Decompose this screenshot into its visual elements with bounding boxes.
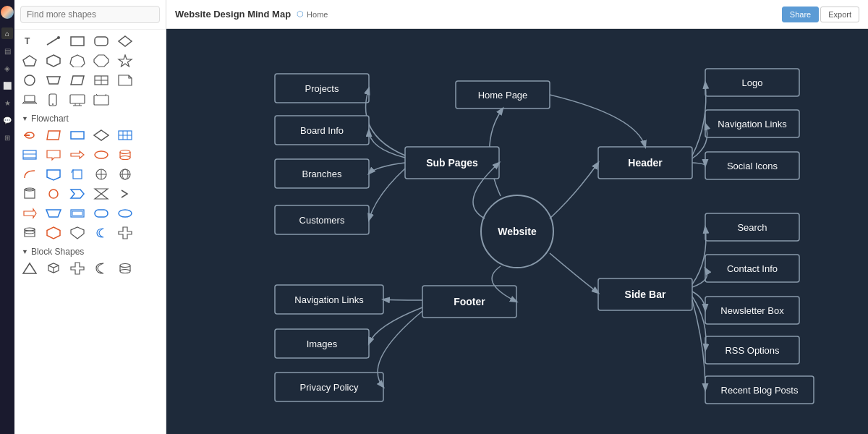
shape-shield[interactable]	[67, 224, 88, 242]
svg-point-42	[120, 156, 130, 160]
nav-icon-chat[interactable]: 💬	[1, 114, 13, 126]
shape-cylinder3[interactable]	[114, 260, 136, 277]
flowchart-row-5	[17, 205, 163, 222]
shape-octagon[interactable]	[90, 52, 112, 69]
center-node-label: Website	[498, 226, 537, 237]
side-bar-label: Side Bar	[625, 289, 666, 300]
block-shapes-row-1	[17, 260, 163, 277]
nav-icon-shapes[interactable]: ◈	[1, 62, 13, 74]
nav-icon-home[interactable]: ⌂	[1, 27, 13, 39]
shape-fc-circle2[interactable]	[43, 185, 64, 203]
shape-fc-oval[interactable]	[90, 146, 112, 163]
svg-marker-5	[119, 36, 132, 46]
images-label: Images	[307, 339, 338, 349]
svg-point-38	[95, 151, 108, 158]
shape-fc-rect2[interactable]	[67, 205, 88, 222]
nav-icon-image[interactable]: ⬜	[1, 80, 13, 91]
shape-line[interactable]	[43, 33, 64, 50]
svg-point-67	[120, 264, 130, 268]
shape-hex2[interactable]	[43, 224, 64, 242]
svg-marker-10	[119, 55, 132, 67]
shapes-search-container	[14, 0, 166, 30]
nav-icon-grid[interactable]: ⊞	[1, 132, 13, 143]
mindmap-svg: Website Home Page Sub Pages Projects Boa…	[166, 29, 868, 434]
shape-fc-cross[interactable]	[90, 166, 112, 183]
svg-text:T: T	[25, 36, 30, 46]
shape-fc-parallel[interactable]	[43, 127, 64, 144]
block-shapes-section-label: Block Shapes	[31, 247, 84, 257]
flowchart-section-header[interactable]: ▼ Flowchart	[17, 111, 163, 127]
shape-document[interactable]	[114, 72, 136, 89]
shape-fc-cylinder[interactable]	[114, 146, 136, 163]
svg-rect-58	[72, 211, 82, 216]
svg-marker-12	[47, 77, 60, 84]
shape-fc-table2[interactable]	[114, 127, 136, 144]
shape-crescent[interactable]	[90, 260, 112, 277]
svg-marker-56	[46, 210, 61, 217]
shape-fc-globe[interactable]	[114, 166, 136, 183]
shape-fc-rounded2[interactable]	[90, 205, 112, 222]
shape-plus[interactable]	[114, 224, 136, 242]
svg-marker-13	[71, 76, 84, 85]
svg-point-62	[25, 231, 35, 234]
shape-fc-arc[interactable]	[19, 166, 41, 183]
shape-laptop[interactable]	[19, 91, 41, 109]
nav-icon-star[interactable]: ★	[1, 97, 13, 109]
shape-text[interactable]: T	[19, 33, 41, 50]
canvas-area[interactable]: Website Home Page Sub Pages Projects Boa…	[166, 29, 868, 434]
shape-cross2[interactable]	[67, 260, 88, 277]
shape-3d-box[interactable]	[43, 260, 64, 277]
shape-heptagon[interactable]	[67, 52, 88, 69]
block-shapes-section-header[interactable]: ▼ Block Shapes	[17, 244, 163, 260]
shape-fc-chevron[interactable]	[67, 185, 88, 203]
shape-fc-chevron2[interactable]	[114, 185, 136, 203]
shape-fc-pentagon2[interactable]	[43, 166, 64, 183]
shape-fc-oval2[interactable]	[114, 205, 136, 222]
shape-moon[interactable]	[90, 224, 112, 242]
shape-fc-cylinder2[interactable]	[19, 185, 41, 203]
shape-fc-hourglass[interactable]	[90, 185, 112, 203]
shape-fc-trapezoid[interactable]	[43, 205, 64, 222]
shape-tv[interactable]	[90, 91, 112, 109]
shape-table[interactable]	[90, 72, 112, 89]
main-area: Website Design Mind Map ⬡ Home Share Exp…	[166, 0, 868, 434]
flowchart-row-2	[17, 146, 163, 163]
home-page-label: Home Page	[478, 90, 528, 101]
shape-storage[interactable]	[19, 224, 41, 242]
shape-fc-braces[interactable]	[67, 166, 88, 183]
shape-fc-arrow2[interactable]	[19, 205, 41, 222]
shape-fc-diamond[interactable]	[90, 127, 112, 144]
shape-fc-process[interactable]	[19, 127, 41, 144]
shape-rounded-rect[interactable]	[90, 33, 112, 50]
shape-tablet[interactable]	[43, 91, 64, 109]
shape-star[interactable]	[114, 52, 136, 69]
breadcrumb-home[interactable]: Home	[307, 10, 328, 19]
shape-pentagon[interactable]	[19, 52, 41, 69]
svg-point-70	[120, 270, 130, 273]
share-button[interactable]: Share	[782, 7, 819, 22]
shape-hexagon[interactable]	[43, 52, 64, 69]
shape-circle[interactable]	[19, 72, 41, 89]
shapes-search-input[interactable]	[20, 6, 160, 23]
shape-fc-table3[interactable]	[19, 146, 41, 163]
left-nav: ⌂ ▤ ◈ ⬜ ★ 💬 ⊞	[0, 0, 14, 434]
recent-blog-posts-label: Recent Blog Posts	[721, 385, 799, 396]
shape-diamond2[interactable]	[114, 33, 136, 50]
shape-fc-callout[interactable]	[43, 146, 64, 163]
shape-fc-arrow[interactable]	[67, 146, 88, 163]
shape-rect[interactable]	[67, 33, 88, 50]
shape-parallelogram[interactable]	[67, 72, 88, 89]
svg-marker-55	[95, 189, 108, 199]
export-button[interactable]: Export	[820, 7, 859, 22]
shape-monitor[interactable]	[67, 91, 88, 109]
privacy-policy-label: Privacy Policy	[300, 382, 359, 393]
navigation-links-footer-label: Navigation Links	[294, 294, 364, 305]
svg-point-39	[120, 150, 130, 154]
shape-trapezoid[interactable]	[43, 72, 64, 89]
shape-triangle[interactable]	[19, 260, 41, 277]
shape-fc-rect[interactable]	[67, 127, 88, 144]
branches-label: Branches	[302, 169, 342, 179]
nav-icon-layers[interactable]: ▤	[1, 45, 13, 56]
svg-marker-65	[23, 263, 36, 273]
svg-marker-64	[119, 227, 132, 239]
